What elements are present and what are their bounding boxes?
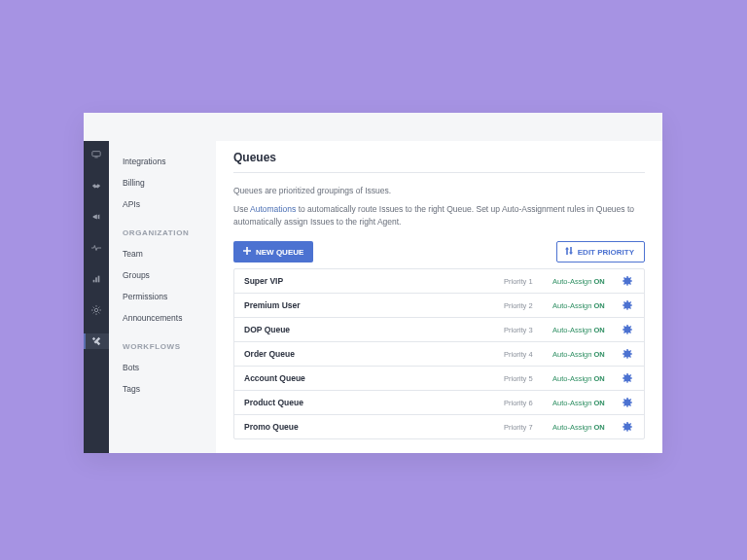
queue-priority: Priority 4 <box>504 350 552 359</box>
queue-auto-assign: Auto-Assign ON <box>552 277 621 286</box>
sidebar: IntegrationsBillingAPIs ORGANIZATION Tea… <box>109 141 216 453</box>
sidebar-item[interactable]: Permissions <box>109 286 216 307</box>
divider <box>233 172 645 173</box>
queue-row[interactable]: DOP QueuePriority 3Auto-Assign ON <box>234 317 644 341</box>
queue-row[interactable]: Account QueuePriority 5Auto-Assign ON <box>234 366 644 390</box>
sidebar-item[interactable]: APIs <box>109 193 216 215</box>
queue-settings-button[interactable] <box>621 373 634 383</box>
queue-name: Super VIP <box>244 276 504 286</box>
sidebar-heading-organization: ORGANIZATION <box>109 215 216 243</box>
sidebar-item[interactable]: Team <box>109 243 216 264</box>
queue-row[interactable]: Order QueuePriority 4Auto-Assign ON <box>234 341 644 366</box>
svg-rect-0 <box>92 152 100 157</box>
main-content: Queues Queues are prioritized groupings … <box>216 141 662 453</box>
queue-settings-button[interactable] <box>621 349 634 359</box>
queue-settings-button[interactable] <box>621 300 634 310</box>
queue-auto-assign: Auto-Assign ON <box>552 326 621 334</box>
edit-priority-label: EDIT PRIORITY <box>578 248 634 257</box>
queue-auto-assign: Auto-Assign ON <box>552 301 621 310</box>
plus-icon <box>243 247 251 257</box>
sidebar-heading-workflows: WORKFLOWS <box>109 329 216 357</box>
intro-text: Use <box>233 204 250 214</box>
nav-rail <box>84 141 109 453</box>
queue-row[interactable]: Product QueuePriority 6Auto-Assign ON <box>234 390 644 414</box>
edit-priority-button[interactable]: EDIT PRIORITY <box>556 241 645 262</box>
queue-settings-button[interactable] <box>621 398 634 407</box>
queue-priority: Priority 2 <box>504 301 552 310</box>
svg-rect-4 <box>98 276 100 283</box>
page-title: Queues <box>233 151 645 172</box>
queue-name: Account Queue <box>244 373 504 383</box>
queue-auto-assign: Auto-Assign ON <box>552 350 621 359</box>
sidebar-item[interactable]: Billing <box>109 172 216 193</box>
queue-name: Order Queue <box>244 349 504 359</box>
queue-row[interactable]: Premium UserPriority 2Auto-Assign ON <box>234 293 644 317</box>
queue-priority: Priority 7 <box>504 423 552 432</box>
queue-auto-assign: Auto-Assign ON <box>552 399 621 407</box>
queue-priority: Priority 5 <box>504 374 552 383</box>
svg-rect-3 <box>95 277 97 282</box>
rail-monitor-icon[interactable] <box>84 147 109 162</box>
rail-megaphone-icon[interactable] <box>84 209 109 225</box>
sidebar-item[interactable]: Groups <box>109 264 216 286</box>
queue-name: Premium User <box>244 300 504 310</box>
rail-bars-icon[interactable] <box>84 271 109 287</box>
queue-settings-button[interactable] <box>621 422 634 432</box>
rail-gear-icon[interactable] <box>84 302 109 318</box>
queue-auto-assign: Auto-Assign ON <box>552 374 621 383</box>
top-bar <box>84 113 662 141</box>
sidebar-item[interactable]: Bots <box>109 357 216 378</box>
intro-line-2: Use Automations to automatically route I… <box>233 203 645 228</box>
rail-pulse-icon[interactable] <box>84 240 109 256</box>
svg-rect-2 <box>93 280 95 283</box>
svg-rect-1 <box>94 158 97 158</box>
queues-table: Super VIPPriority 1Auto-Assign ONPremium… <box>233 268 645 439</box>
queue-settings-button[interactable] <box>621 325 634 334</box>
queue-row[interactable]: Super VIPPriority 1Auto-Assign ON <box>234 269 644 293</box>
queue-priority: Priority 1 <box>504 277 552 286</box>
svg-point-5 <box>94 308 97 311</box>
queue-row[interactable]: Promo QueuePriority 7Auto-Assign ON <box>234 414 644 438</box>
queue-name: Promo Queue <box>244 422 504 432</box>
sidebar-item[interactable]: Integrations <box>109 151 216 172</box>
automations-link[interactable]: Automations <box>250 204 296 214</box>
sidebar-item[interactable]: Tags <box>109 378 216 400</box>
new-queue-label: NEW QUEUE <box>256 248 303 257</box>
queue-name: DOP Queue <box>244 325 504 334</box>
rail-tools-icon[interactable] <box>84 333 109 349</box>
app-window: IntegrationsBillingAPIs ORGANIZATION Tea… <box>84 113 662 453</box>
queue-priority: Priority 6 <box>504 399 552 407</box>
queue-auto-assign: Auto-Assign ON <box>552 423 621 432</box>
sidebar-item[interactable]: Announcements <box>109 307 216 329</box>
queue-priority: Priority 3 <box>504 326 552 334</box>
rail-handshake-icon[interactable] <box>84 178 109 193</box>
toolbar: NEW QUEUE EDIT PRIORITY <box>233 241 645 262</box>
new-queue-button[interactable]: NEW QUEUE <box>233 241 313 262</box>
queue-settings-button[interactable] <box>621 276 634 286</box>
queue-name: Product Queue <box>244 398 504 407</box>
sort-icon <box>565 247 573 257</box>
intro-line-1: Queues are prioritized groupings of Issu… <box>233 185 645 197</box>
